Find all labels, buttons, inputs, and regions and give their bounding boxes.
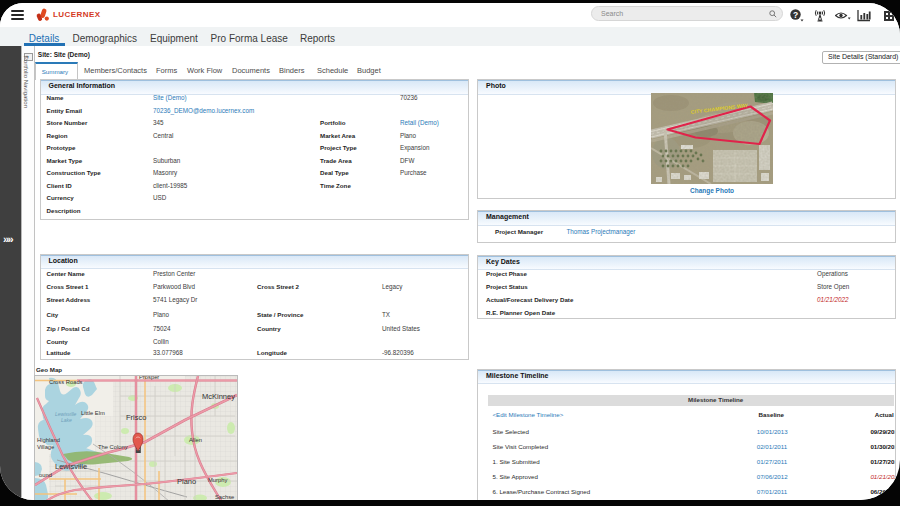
svg-text:Little Elm: Little Elm (81, 409, 105, 415)
svg-text:Village: Village (37, 443, 54, 449)
svg-text:Sachse: Sachse (215, 494, 234, 500)
svg-text:Lewisville: Lewisville (55, 462, 87, 471)
svg-text:Cross Roads: Cross Roads (49, 378, 83, 384)
svg-text:Prosper: Prosper (139, 376, 159, 380)
svg-text:Murphy: Murphy (208, 477, 227, 483)
svg-text:?: ? (793, 10, 798, 20)
svg-text:McKinney: McKinney (202, 392, 235, 401)
svg-text:The Colony: The Colony (98, 443, 128, 449)
svg-text:Frisco: Frisco (126, 413, 146, 422)
svg-text:Highland: Highland (37, 437, 60, 443)
svg-text:Plano: Plano (177, 477, 196, 486)
svg-text:Allen: Allen (189, 437, 202, 443)
svg-text:ound: ound (39, 471, 52, 477)
svg-text:Lake: Lake (61, 417, 72, 423)
